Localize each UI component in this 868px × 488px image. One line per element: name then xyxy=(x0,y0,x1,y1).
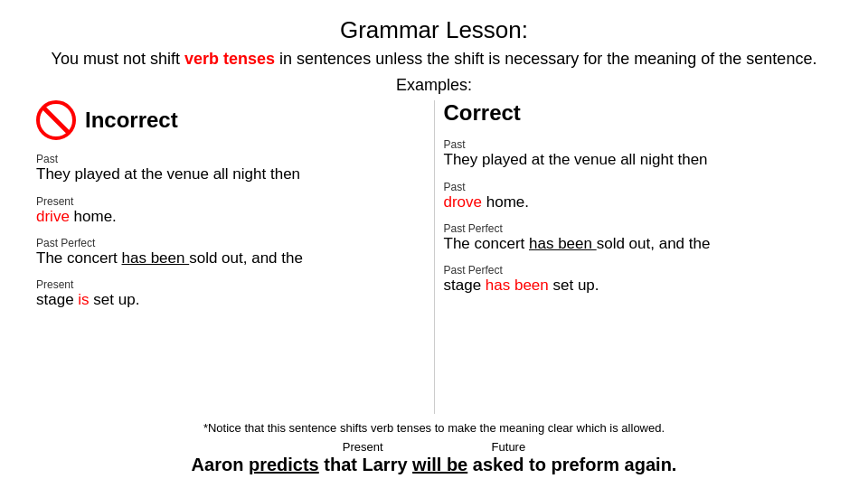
examples-label: Examples: xyxy=(396,76,472,95)
incorrect-red2: drive xyxy=(36,208,70,225)
incorrect-underline3: has been xyxy=(122,249,190,267)
subtitle-before: You must not shift xyxy=(52,50,184,68)
correct-rest2: home. xyxy=(482,193,529,211)
incorrect-label2: Present xyxy=(36,195,425,208)
columns: Incorrect Past They played at the venue … xyxy=(36,100,832,414)
incorrect-block3: Past Perfect The concert has been sold o… xyxy=(36,231,425,269)
bottom-predicts: Aaron predicts xyxy=(192,455,319,474)
incorrect-line1: They played at the venue all night then xyxy=(36,165,425,183)
correct-block4: Past Perfect stage has been set up. xyxy=(444,258,833,296)
correct-header: Correct xyxy=(444,100,833,126)
title: Grammar Lesson: xyxy=(340,16,528,44)
bottom-labels: Present Future xyxy=(192,440,677,454)
page: Grammar Lesson: You must not shift verb … xyxy=(0,0,868,488)
correct-label: Correct xyxy=(444,100,521,126)
correct-underline3: has been xyxy=(529,235,597,252)
incorrect-red4: is xyxy=(78,291,89,308)
incorrect-label3: Past Perfect xyxy=(36,237,425,249)
subtitle: You must not shift verb tenses in senten… xyxy=(52,48,817,70)
incorrect-header: Incorrect xyxy=(36,100,425,140)
incorrect-line2: drive home. xyxy=(36,208,425,226)
bottom-label-present: Present xyxy=(343,440,383,454)
correct-block1: Past They played at the venue all night … xyxy=(444,133,833,171)
correct-column: Correct Past They played at the venue al… xyxy=(444,100,833,414)
correct-red2: drove xyxy=(444,193,483,211)
correct-label2: Past xyxy=(444,181,833,193)
bottom-that: that Larry xyxy=(319,455,412,474)
incorrect-block4: Present stage is set up. xyxy=(36,273,425,311)
incorrect-line4: stage is set up. xyxy=(36,291,425,309)
incorrect-label1: Past xyxy=(36,153,425,165)
correct-label4: Past Perfect xyxy=(444,264,833,277)
no-sign-icon xyxy=(36,100,76,140)
incorrect-label4: Present xyxy=(36,278,425,291)
correct-block2: Past drove home. xyxy=(444,175,833,213)
subtitle-after: in sentences unless the shift is necessa… xyxy=(275,50,816,68)
correct-line4: stage has been set up. xyxy=(444,277,833,295)
correct-label3: Past Perfect xyxy=(444,222,833,235)
incorrect-block2: Present drive home. xyxy=(36,190,425,228)
correct-red4: has been xyxy=(486,277,549,294)
correct-line1: They played at the venue all night then xyxy=(444,151,833,169)
bottom-label-future: Future xyxy=(492,440,526,454)
bottom-after: asked to preform again. xyxy=(467,455,676,474)
incorrect-label: Incorrect xyxy=(85,108,178,133)
correct-line3: The concert has been sold out, and the xyxy=(444,235,833,253)
incorrect-line3: The concert has been sold out, and the xyxy=(36,249,425,267)
incorrect-block1: Past They played at the venue all night … xyxy=(36,147,425,185)
incorrect-rest2: home. xyxy=(70,208,117,225)
verb-tenses: verb tenses xyxy=(184,50,275,68)
correct-line2: drove home. xyxy=(444,193,833,211)
incorrect-column: Incorrect Past They played at the venue … xyxy=(36,100,435,414)
notice: *Notice that this sentence shifts verb t… xyxy=(203,421,665,435)
bottom-will-be: will be xyxy=(412,455,467,474)
bottom-section: Present Future Aaron predicts that Larry… xyxy=(192,440,677,475)
correct-block3: Past Perfect The concert has been sold o… xyxy=(444,217,833,255)
bottom-sentence: Aaron predicts that Larry will be asked … xyxy=(192,455,677,475)
correct-label1: Past xyxy=(444,138,833,151)
